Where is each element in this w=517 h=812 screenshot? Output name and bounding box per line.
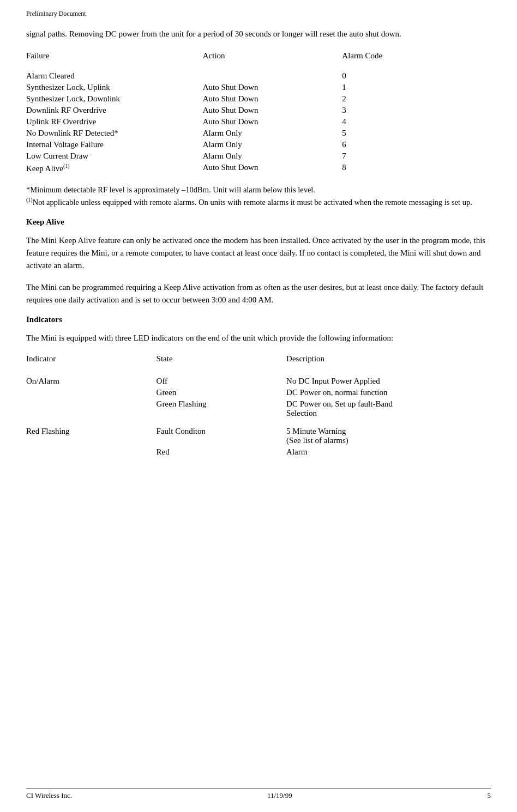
spacer-row <box>26 419 491 426</box>
table-row: Internal Voltage Failure Alarm Only 6 <box>26 139 491 150</box>
spacer-row <box>26 369 491 375</box>
footer-company: CI Wireless Inc. <box>26 791 72 800</box>
keep-alive-para1: The Mini Keep Alive feature can only be … <box>26 234 491 272</box>
footnote-2: (1)Not applicable unless equipped with r… <box>26 196 491 209</box>
table-row: Alarm Cleared 0 <box>26 70 491 82</box>
keep-alive-para2: The Mini can be programmed requiring a K… <box>26 281 491 307</box>
table-row: No Downlink RF Detected* Alarm Only 5 <box>26 128 491 139</box>
keep-alive-section: Keep Alive The Mini Keep Alive feature c… <box>26 217 491 306</box>
header: Preliminary Document <box>26 10 491 18</box>
footer-date: 11/19/99 <box>267 791 292 800</box>
table-row: Low Current Draw Alarm Only 7 <box>26 150 491 162</box>
indicators-heading: Indicators <box>26 315 491 324</box>
indicators-table: Indicator State Description On/Alarm Off… <box>26 353 491 458</box>
footnotes-section: *Minimum detectable RF level is approxim… <box>26 184 491 209</box>
failure-table-section: Failure Action Alarm Code Alarm Cleared … <box>26 50 491 174</box>
action-col-header: Action <box>203 50 342 65</box>
description-col-header: Description <box>286 353 491 369</box>
intro-paragraph: signal paths. Removing DC power from the… <box>26 28 491 40</box>
table-row: Keep Alive(1) Auto Shut Down 8 <box>26 162 491 174</box>
footnote-1: *Minimum detectable RF level is approxim… <box>26 184 491 196</box>
table-row: Downlink RF Overdrive Auto Shut Down 3 <box>26 105 491 116</box>
table-row: Synthesizer Lock, Uplink Auto Shut Down … <box>26 82 491 93</box>
table-row: Red Flashing Fault Conditon 5 Minute War… <box>26 426 491 446</box>
alarmcode-col-header: Alarm Code <box>342 50 491 65</box>
table-row: Uplink RF Overdrive Auto Shut Down 4 <box>26 116 491 128</box>
table-row: On/Alarm Off No DC Input Power Applied <box>26 375 491 387</box>
footer-page: 5 <box>487 791 491 800</box>
indicator-col-header: Indicator <box>26 353 157 369</box>
spacer-row <box>26 65 491 70</box>
failure-table-header-row: Failure Action Alarm Code <box>26 50 491 65</box>
failure-table: Failure Action Alarm Code Alarm Cleared … <box>26 50 491 174</box>
indicators-intro: The Mini is equipped with three LED indi… <box>26 332 491 344</box>
keep-alive-heading: Keep Alive <box>26 217 491 227</box>
footer: CI Wireless Inc. 11/19/99 5 <box>26 789 491 800</box>
indicators-header-row: Indicator State Description <box>26 353 491 369</box>
failure-col-header: Failure <box>26 50 203 65</box>
indicators-section: Indicators The Mini is equipped with thr… <box>26 315 491 458</box>
table-row: Synthesizer Lock, Downlink Auto Shut Dow… <box>26 93 491 105</box>
state-col-header: State <box>157 353 287 369</box>
